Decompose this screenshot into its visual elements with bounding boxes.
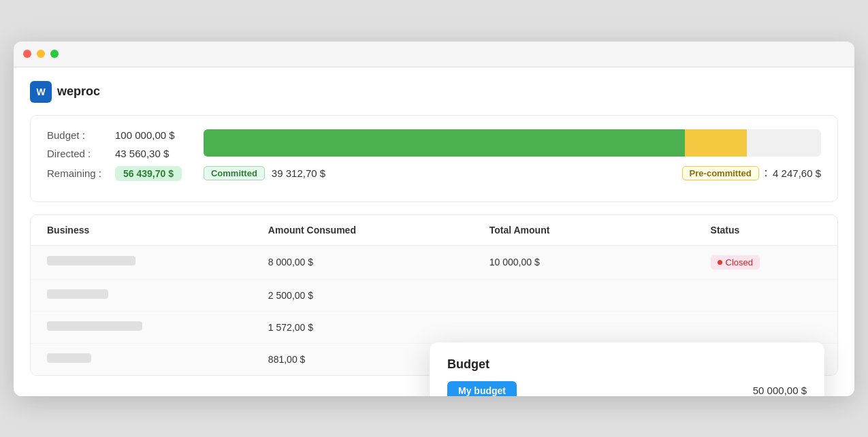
- budget-label: Budget :: [47, 129, 115, 141]
- popup-header-row: My budget 50 000,00 $: [447, 381, 807, 396]
- main-window: W weproc Budget : 100 000,00 $ Directed …: [14, 42, 854, 396]
- table-row: 1 572,00 $: [31, 312, 837, 344]
- bar-green: [204, 129, 685, 157]
- remaining-row: Remaining : 56 439,70 $: [47, 166, 182, 181]
- progress-bar: [204, 129, 821, 157]
- precommitted-amount: 4 247,60 $: [773, 167, 821, 179]
- committed-amount: 39 312,70 $: [272, 167, 325, 179]
- popup-title: Budget: [447, 357, 807, 372]
- col-business: Business: [47, 225, 268, 236]
- amount-consumed-cell: 8 000,00 $: [268, 257, 489, 268]
- my-budget-button[interactable]: My budget: [447, 381, 517, 396]
- col-total-amount: Total Amount: [489, 225, 711, 236]
- directed-label: Directed :: [47, 148, 115, 159]
- business-cell: [47, 321, 268, 334]
- total-amount-cell: 10 000,00 $: [489, 257, 711, 268]
- table-section: Business Amount Consumed Total Amount St…: [30, 214, 838, 376]
- minimize-button[interactable]: [37, 50, 45, 58]
- titlebar: [14, 42, 854, 67]
- business-cell: [47, 289, 268, 302]
- business-cell: [47, 353, 268, 366]
- table-header: Business Amount Consumed Total Amount St…: [31, 215, 837, 246]
- business-skeleton: [47, 321, 142, 331]
- table-row: 8 000,00 $ 10 000,00 $ Closed: [31, 246, 837, 280]
- precommitted-separator: :: [765, 167, 767, 179]
- col-status: Status: [711, 225, 821, 236]
- business-skeleton: [47, 256, 135, 265]
- remaining-label: Remaining :: [47, 167, 115, 179]
- budget-summary-card: Budget : 100 000,00 $ Directed : 43 560,…: [30, 115, 838, 202]
- budget-labels: Budget : 100 000,00 $ Directed : 43 560,…: [47, 129, 182, 188]
- logo-text: weproc: [57, 84, 100, 99]
- business-skeleton: [47, 353, 91, 363]
- maximize-button[interactable]: [50, 50, 59, 58]
- directed-value: 43 560,30 $: [115, 148, 169, 159]
- popup-total: 50 000,00 $: [753, 385, 807, 396]
- status-label: Closed: [726, 257, 753, 268]
- status-cell: Closed: [711, 255, 821, 270]
- status-badge: Closed: [711, 255, 760, 270]
- precommitted-right: Pre-committed : 4 247,60 $: [682, 166, 821, 180]
- committed-row: Committed 39 312,70 $ Pre-committed : 4 …: [204, 166, 821, 180]
- amount-consumed-cell: 2 500,00 $: [268, 290, 489, 301]
- directed-row: Directed : 43 560,30 $: [47, 148, 182, 159]
- business-skeleton: [47, 289, 108, 299]
- committed-badge: Committed: [204, 166, 265, 180]
- app-body: W weproc Budget : 100 000,00 $ Directed …: [14, 67, 854, 396]
- precommitted-badge: Pre-committed: [682, 166, 759, 180]
- budget-popup: Budget My budget 50 000,00 $ 10 000,00: [430, 342, 824, 396]
- budget-row: Budget : 100 000,00 $: [47, 129, 182, 141]
- committed-left: Committed 39 312,70 $: [204, 166, 325, 180]
- budget-bar-section: Committed 39 312,70 $ Pre-committed : 4 …: [204, 129, 821, 180]
- budget-value: 100 000,00 $: [115, 129, 175, 141]
- col-amount-consumed: Amount Consumed: [268, 225, 489, 236]
- logo-icon: W: [30, 81, 52, 103]
- business-cell: [47, 256, 268, 268]
- amount-consumed-cell: 1 572,00 $: [268, 322, 489, 333]
- closed-dot: [718, 260, 722, 265]
- table-row: 2 500,00 $: [31, 280, 837, 312]
- bar-yellow: [685, 129, 747, 157]
- logo-bar: W weproc: [30, 81, 838, 103]
- remaining-badge: 56 439,70 $: [115, 166, 182, 181]
- close-button[interactable]: [23, 50, 31, 58]
